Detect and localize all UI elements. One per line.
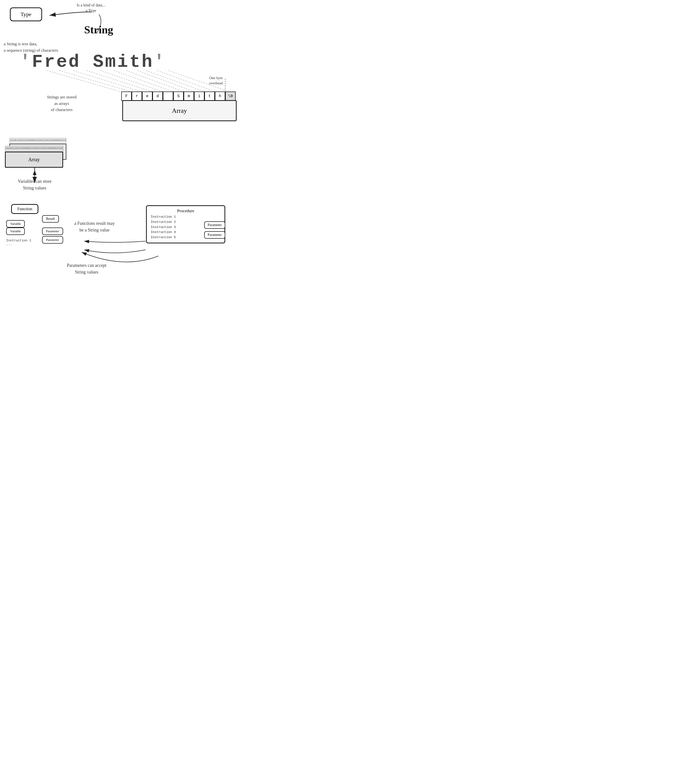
array-cells-row: F r e d S m i t h \0 [121,92,236,101]
proc-param1-box: Parameter [204,221,225,229]
cell-null: \0 [225,92,236,101]
svg-line-4 [59,71,135,93]
cell-F: F [121,92,132,101]
function-instruction: Instruction 1... [6,239,31,246]
result-box: Result [42,215,59,222]
cell-m: m [184,92,194,101]
array-right-label: Array [172,107,187,115]
type-box: Type [10,7,42,21]
param1-box: Parameter [42,227,63,235]
svg-line-6 [87,71,155,93]
cell-i: i [194,92,205,101]
variables-text: Variables can storeString values [2,178,67,191]
cell-r: r [132,92,142,101]
svg-line-7 [100,71,166,93]
cell-h: h [215,92,225,101]
svg-line-3 [47,71,124,93]
array-front-label: Array [28,157,40,163]
cell-d: d [152,92,163,101]
parameters-text: Parameters can acceptString values [67,262,106,275]
svg-line-10 [137,71,197,93]
svg-line-9 [126,71,187,93]
function-group: Function Result Variable Variable Parame… [4,204,83,254]
procedure-label: Procedure [151,209,221,213]
proc-param2-box: Parameter [204,231,225,239]
svg-line-5 [73,71,145,93]
string-label: String [84,23,113,36]
variable2-box: Variable [6,227,25,235]
cell-e: e [142,92,152,101]
string-description: a String is text data,a sequence (string… [4,41,58,53]
is-a-kind-of-text: Is a kind of data...a Type [77,2,105,13]
array-body-right: Array [122,100,237,121]
fred-smith-string: 'Fred Smith' [20,52,166,72]
array-front: 1010019100101000000101001910010100000010… [5,146,63,168]
svg-line-11 [146,71,207,93]
is-a-kind-of-label: Is a kind of data...a Type [77,3,105,13]
variable1-box: Variable [6,220,25,227]
function-box: Function [11,204,38,214]
svg-line-12 [157,71,218,93]
functions-result-text: a Functions result maybe a String value [74,220,115,234]
procedure-group: Procedure Instruction 1Instruction 2Inst… [146,205,225,243]
cell-space [163,92,173,101]
type-label: Type [21,11,31,17]
page: Type Is a kind of data...a Type String a… [0,0,248,280]
cell-S: S [173,92,184,101]
svg-line-8 [114,71,176,93]
param2-box: Parameter [42,236,63,244]
one-byte-text: One byteoverhead [209,76,223,86]
stored-as-text: Strings are storedas arraysof characters [47,94,76,113]
cell-t: t [205,92,215,101]
